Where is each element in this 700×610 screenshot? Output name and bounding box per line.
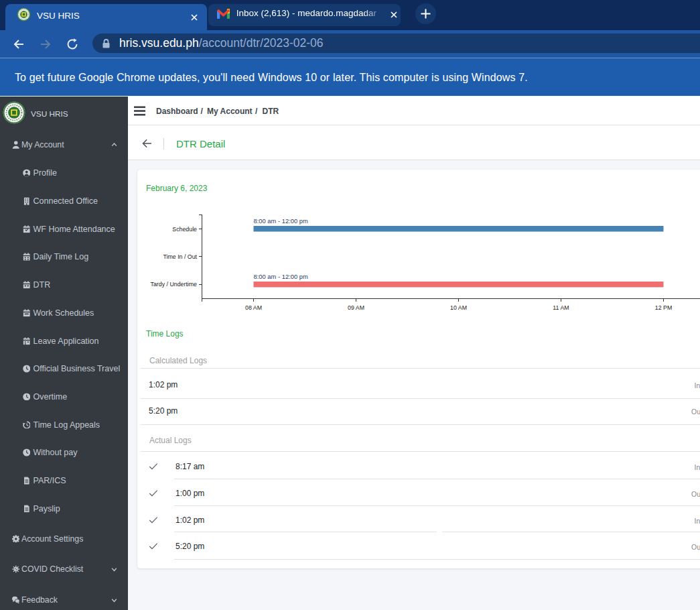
svg-text:8:00 am - 12:00 pm: 8:00 am - 12:00 pm [253, 217, 307, 225]
svg-text:Tardy / Undertime: Tardy / Undertime [150, 281, 197, 288]
svg-text:8:00 am - 12:00 pm: 8:00 am - 12:00 pm [253, 273, 307, 280]
svg-text:08 AM: 08 AM [245, 304, 262, 311]
svg-text:09 AM: 09 AM [348, 304, 364, 311]
svg-text:12 PM: 12 PM [654, 304, 671, 311]
svg-text:10 AM: 10 AM [450, 304, 467, 311]
svg-text:11 AM: 11 AM [553, 304, 569, 311]
svg-text:Time In / Out: Time In / Out [163, 253, 197, 260]
svg-text:Schedule: Schedule [172, 226, 197, 233]
